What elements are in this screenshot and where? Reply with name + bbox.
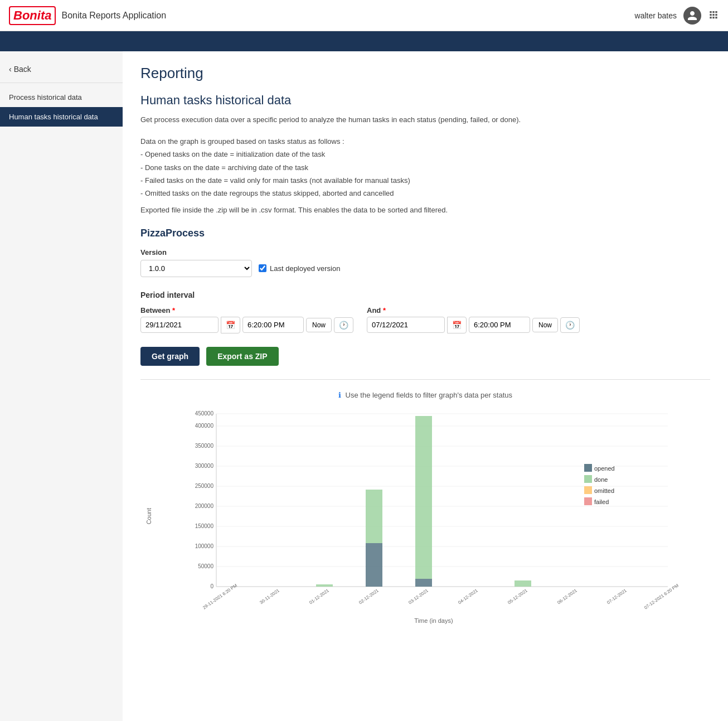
bar-opened-4	[415, 579, 432, 587]
bar-done-7	[515, 580, 531, 587]
last-deployed-label: Last deployed version	[270, 264, 340, 273]
svg-text:100000: 100000	[195, 543, 214, 549]
svg-text:50000: 50000	[198, 563, 213, 569]
username: walter bates	[635, 11, 677, 20]
export-note: Exported file inside the .zip will be in…	[140, 206, 710, 214]
legend-done-label: done	[594, 476, 608, 483]
and-clock-button[interactable]: 🕐	[560, 317, 580, 333]
between-required-star: *	[172, 306, 175, 314]
period-section: Period interval Between * 📅 Now 🕐	[140, 291, 710, 333]
and-calendar-button[interactable]: 📅	[447, 317, 467, 333]
description-block: Data on the graph is grouped based on ta…	[140, 135, 710, 200]
svg-text:04-12-2021: 04-12-2021	[457, 588, 479, 605]
bar-done-2	[316, 584, 333, 587]
desc-line-3: - Failed tasks on the date = valid only …	[140, 174, 710, 187]
and-label: And *	[367, 306, 580, 314]
desc-line-1: - Opened tasks on the date = initializat…	[140, 148, 710, 161]
svg-text:250000: 250000	[195, 483, 214, 489]
chart-section: ℹ Use the legend fields to filter graph'…	[140, 379, 710, 624]
last-deployed-checkbox-label[interactable]: Last deployed version	[259, 264, 340, 273]
svg-text:450000: 450000	[195, 410, 214, 417]
sidebar-item-process-historical[interactable]: Process historical data	[0, 88, 123, 107]
action-row: Get graph Export as ZIP	[140, 347, 710, 366]
svg-text:350000: 350000	[195, 443, 214, 449]
bar-opened-3	[366, 543, 382, 587]
desc-line-2: - Done tasks on the date = archiving dat…	[140, 161, 710, 174]
app-title: Bonita Reports Application	[61, 11, 166, 21]
svg-text:06-12-2021: 06-12-2021	[556, 588, 578, 605]
bar-done-4	[415, 416, 432, 579]
svg-text:01-12-2021: 01-12-2021	[308, 588, 330, 605]
legend-omitted-box	[584, 486, 592, 494]
legend-done-box	[584, 475, 592, 483]
and-group: And * 📅 Now 🕐	[367, 306, 580, 333]
version-label: Version	[140, 248, 710, 257]
legend-failed-box	[584, 497, 592, 505]
logo-area: Bonita Bonita Reports Application	[9, 6, 166, 25]
svg-text:0: 0	[210, 583, 213, 589]
page-title: Reporting	[140, 65, 710, 82]
process-name: PizzaProcess	[140, 228, 710, 239]
between-calendar-button[interactable]: 📅	[221, 317, 240, 333]
svg-text:400000: 400000	[195, 423, 214, 429]
version-section: Version 1.0.0 Last deployed version	[140, 248, 710, 277]
blue-banner	[0, 31, 728, 51]
legend-failed-label: failed	[594, 499, 609, 505]
section-title: Human tasks historical data	[140, 93, 710, 108]
and-datetime-row: 📅 Now 🕐	[367, 317, 580, 333]
legend-opened-box	[584, 464, 592, 472]
svg-text:30-11-2021: 30-11-2021	[259, 588, 280, 605]
export-zip-button[interactable]: Export as ZIP	[206, 347, 278, 366]
description-text: Get process execution data over a specif…	[140, 114, 710, 126]
back-link[interactable]: ‹ Back	[0, 60, 123, 78]
legend-opened-label: opened	[594, 465, 615, 472]
svg-text:29-11-2021 6:20 PM: 29-11-2021 6:20 PM	[202, 583, 238, 610]
legend-omitted-label: omitted	[594, 487, 614, 494]
and-required-star: *	[383, 306, 386, 314]
chart-wrapper: Count 0 50000 100000	[140, 408, 710, 624]
chart-info-text: Use the legend fields to filter graph's …	[346, 391, 513, 399]
and-date-input[interactable]	[367, 317, 445, 333]
chart-svg: 0 50000 100000 150000 200000 250000 3000…	[157, 408, 710, 620]
grid-icon[interactable]	[708, 8, 719, 22]
between-datetime-row: 📅 Now 🕐	[140, 317, 353, 333]
svg-text:07-12-2021: 07-12-2021	[606, 588, 628, 605]
between-date-input[interactable]	[140, 317, 219, 333]
svg-text:03-12-2021: 03-12-2021	[407, 588, 429, 605]
sidebar-item-human-tasks-historical[interactable]: Human tasks historical data	[0, 107, 123, 127]
svg-text:300000: 300000	[195, 463, 214, 469]
back-chevron-icon: ‹	[9, 65, 12, 74]
svg-text:200000: 200000	[195, 503, 214, 509]
header-right: walter bates	[635, 7, 719, 25]
svg-text:02-12-2021: 02-12-2021	[358, 588, 380, 605]
svg-text:150000: 150000	[195, 523, 214, 529]
svg-text:07-12-2021 6:20 PM: 07-12-2021 6:20 PM	[643, 583, 680, 610]
last-deployed-checkbox[interactable]	[259, 264, 266, 272]
chart-inner: 0 50000 100000 150000 200000 250000 3000…	[157, 408, 710, 624]
avatar[interactable]	[683, 7, 701, 25]
header: Bonita Bonita Reports Application walter…	[0, 0, 728, 31]
info-icon: ℹ	[338, 391, 341, 399]
between-label: Between *	[140, 306, 353, 314]
back-label: Back	[14, 65, 31, 74]
desc-line-0: Data on the graph is grouped based on ta…	[140, 135, 710, 148]
between-group: Between * 📅 Now 🕐	[140, 306, 353, 333]
svg-text:05-12-2021: 05-12-2021	[507, 588, 528, 605]
period-interval-label: Period interval	[140, 291, 710, 299]
and-time-input[interactable]	[469, 317, 530, 333]
version-row: 1.0.0 Last deployed version	[140, 260, 710, 277]
and-now-button[interactable]: Now	[532, 318, 558, 332]
y-axis-label: Count	[145, 508, 152, 524]
layout: ‹ Back Process historical data Human tas…	[0, 51, 728, 721]
main-content: Reporting Human tasks historical data Ge…	[123, 51, 728, 721]
between-clock-button[interactable]: 🕐	[334, 317, 353, 333]
sidebar: ‹ Back Process historical data Human tas…	[0, 51, 123, 721]
version-select[interactable]: 1.0.0	[140, 260, 252, 277]
between-time-input[interactable]	[242, 317, 304, 333]
get-graph-button[interactable]: Get graph	[140, 347, 200, 366]
between-now-button[interactable]: Now	[306, 318, 332, 332]
desc-line-4: - Omitted tasks on the date regroups the…	[140, 187, 710, 200]
sidebar-divider	[0, 83, 123, 83]
y-axis-label-container: Count	[140, 408, 157, 624]
chart-info: ℹ Use the legend fields to filter graph'…	[140, 391, 710, 399]
